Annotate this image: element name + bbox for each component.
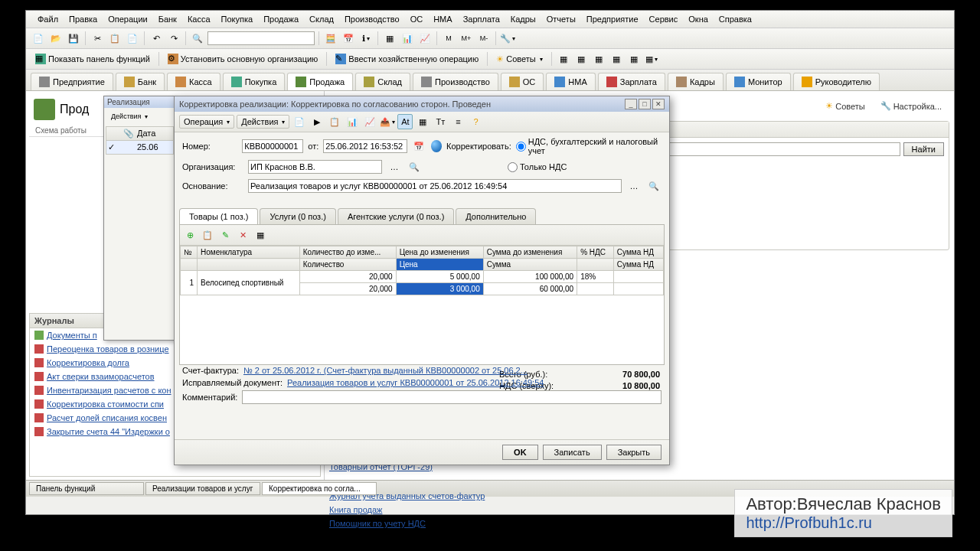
menu-stock[interactable]: Склад xyxy=(304,12,339,26)
task-panel[interactable]: Панель функций xyxy=(29,482,144,495)
copy-icon[interactable]: 📋 xyxy=(107,31,122,46)
org-input[interactable] xyxy=(248,160,382,174)
menu-sell[interactable]: Продажа xyxy=(258,12,304,26)
number-input[interactable] xyxy=(242,139,303,153)
mminus-icon[interactable]: М- xyxy=(476,31,492,46)
tb-icon[interactable]: ▦ xyxy=(415,114,430,129)
search-icon[interactable]: 🔍 xyxy=(407,159,422,174)
open-icon[interactable]: 📂 xyxy=(48,31,64,46)
menu-prod[interactable]: Производство xyxy=(339,12,405,26)
search-icon[interactable]: 🔍 xyxy=(646,178,662,194)
menu-os[interactable]: ОС xyxy=(405,12,429,26)
tb2-icon1[interactable]: ▦ xyxy=(556,51,571,67)
add-icon[interactable]: ⊕ xyxy=(182,227,198,243)
tab-stock[interactable]: Склад xyxy=(355,73,410,90)
show-panel-button[interactable]: ▦Показать панель функций xyxy=(31,51,155,67)
tb2-icon5[interactable]: ▦ xyxy=(626,51,642,67)
ok-button[interactable]: OK xyxy=(502,445,538,460)
journal-link[interactable]: Корректировка долга xyxy=(47,358,129,367)
radio-vat[interactable] xyxy=(508,162,518,172)
save-icon[interactable]: 💾 xyxy=(66,31,81,46)
chart-icon[interactable]: 📊 xyxy=(400,31,415,46)
search-input[interactable] xyxy=(207,31,315,45)
m-icon[interactable]: М xyxy=(441,31,456,46)
new-doc-icon[interactable]: 📄 xyxy=(31,31,46,46)
row-date[interactable]: 25.06 xyxy=(137,142,158,152)
edit-icon[interactable]: ✎ xyxy=(217,227,233,243)
actions-menu[interactable]: Действия xyxy=(106,110,152,122)
write-button[interactable]: Записать xyxy=(543,445,602,460)
set-org-button[interactable]: ⚙Установить основную организацию xyxy=(163,51,323,67)
copy-icon[interactable]: 📋 xyxy=(200,227,215,243)
invoice-link[interactable]: № 2 от 25.06.2012 г. (Счет-фактура выдан… xyxy=(243,366,528,375)
journal-link[interactable]: Документы п xyxy=(47,331,97,340)
tab-buy[interactable]: Покупка xyxy=(223,73,286,90)
radio-full[interactable] xyxy=(516,142,526,152)
redo-icon[interactable]: ↷ xyxy=(166,31,181,46)
task-real[interactable]: Реализации товаров и услуг xyxy=(145,482,260,495)
menu-service[interactable]: Сервис xyxy=(644,12,684,26)
menu-salary[interactable]: Зарплата xyxy=(458,12,505,26)
menu-buy[interactable]: Покупка xyxy=(216,12,259,26)
menu-kassa[interactable]: Касса xyxy=(182,12,216,26)
journal-link[interactable]: Корректировка стоимости спи xyxy=(47,399,164,409)
tb-icon[interactable]: Tт xyxy=(433,114,448,129)
date-input[interactable] xyxy=(323,139,407,153)
delete-icon[interactable]: ✕ xyxy=(235,227,250,243)
menu-ent[interactable]: Предприятие xyxy=(581,12,644,26)
paste-icon[interactable]: 📄 xyxy=(125,31,140,46)
journal-link[interactable]: Акт сверки взаиморасчетов xyxy=(47,372,155,381)
menu-file[interactable]: Файл xyxy=(32,12,64,26)
tb-icon[interactable]: 📊 xyxy=(345,114,360,129)
tab-agent[interactable]: Агентские услуги (0 поз.) xyxy=(338,208,454,224)
menu-edit[interactable]: Правка xyxy=(64,12,103,26)
tb-icon[interactable]: 📤 xyxy=(380,114,395,129)
tab-bank[interactable]: Банк xyxy=(116,73,165,90)
journal-link[interactable]: Закрытие счета 44 "Издержки о xyxy=(47,427,170,436)
close-button[interactable]: Закрыть xyxy=(606,445,662,460)
menu-windows[interactable]: Окна xyxy=(683,12,714,26)
tab-prod[interactable]: Производство xyxy=(413,73,498,90)
select-icon[interactable]: … xyxy=(387,159,402,174)
journal-link[interactable]: Расчет долей списания косвен xyxy=(47,413,167,422)
report-icon[interactable]: 📈 xyxy=(417,31,433,46)
search-icon[interactable]: 🔍 xyxy=(190,31,205,46)
help-icon[interactable]: ? xyxy=(468,114,483,129)
grid-icon[interactable]: ▦ xyxy=(382,31,397,46)
tab-sell[interactable]: Продажа xyxy=(287,73,353,90)
settings-link[interactable]: 🔧Настройка... xyxy=(876,99,946,113)
tb2-icon6[interactable]: ▦ xyxy=(644,51,659,67)
tips-link[interactable]: ☀Советы xyxy=(821,99,869,113)
find-button[interactable]: Найти xyxy=(903,142,944,156)
mplus-icon[interactable]: М+ xyxy=(459,31,474,46)
minimize-icon[interactable]: _ xyxy=(625,99,637,109)
del-icon[interactable]: ▦ xyxy=(253,227,268,243)
calc-icon[interactable]: 🧮 xyxy=(323,31,338,46)
tb-icon[interactable]: 📄 xyxy=(292,114,307,129)
calendar-icon[interactable]: 📅 xyxy=(341,31,356,46)
maximize-icon[interactable]: □ xyxy=(639,99,651,109)
tb2-icon2[interactable]: ▦ xyxy=(573,51,589,67)
calendar-icon[interactable]: 📅 xyxy=(412,139,426,154)
tab-services[interactable]: Услуги (0 поз.) xyxy=(260,208,335,224)
menu-reports[interactable]: Отчеты xyxy=(541,12,581,26)
tb-icon[interactable]: 📋 xyxy=(327,114,342,129)
fixdoc-link[interactable]: Реализация товаров и услуг КВВ00000001 о… xyxy=(287,378,544,387)
info-icon[interactable]: ℹ xyxy=(358,31,374,46)
menu-help[interactable]: Справка xyxy=(714,12,757,26)
operation-menu[interactable]: Операция xyxy=(179,115,234,129)
tb2-icon3[interactable]: ▦ xyxy=(591,51,606,67)
tab-salary[interactable]: Зарплата xyxy=(598,73,665,90)
tab-enterprise[interactable]: Предприятие xyxy=(31,73,113,90)
tb-icon[interactable]: ≡ xyxy=(450,114,466,129)
menu-hr[interactable]: Кадры xyxy=(505,12,541,26)
tab-nma[interactable]: НМА xyxy=(546,73,595,90)
tab-os[interactable]: ОС xyxy=(501,73,544,90)
task-corr[interactable]: Корректировка по согла... xyxy=(262,482,377,495)
cut-icon[interactable]: ✂ xyxy=(90,31,105,46)
tab-hr[interactable]: Кадры xyxy=(668,73,724,90)
tools-icon[interactable]: 🔧 xyxy=(500,31,515,46)
select-icon[interactable]: … xyxy=(626,178,642,194)
close-icon[interactable]: ✕ xyxy=(652,99,665,109)
tab-kassa[interactable]: Касса xyxy=(167,73,220,90)
